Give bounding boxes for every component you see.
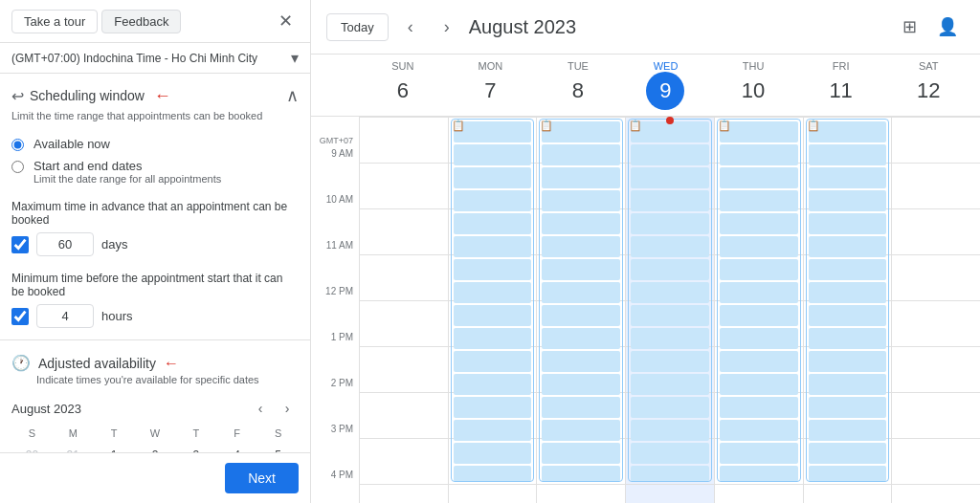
- availability-slot[interactable]: [720, 397, 798, 418]
- mini-cal-day[interactable]: 2: [143, 443, 167, 452]
- day-column-1[interactable]: 📋: [448, 117, 537, 503]
- availability-slot[interactable]: [809, 144, 887, 165]
- available-block[interactable]: [451, 119, 535, 482]
- availability-slot[interactable]: [631, 397, 709, 418]
- availability-slot[interactable]: [454, 374, 532, 395]
- availability-slot[interactable]: [542, 282, 620, 303]
- feedback-button[interactable]: Feedback: [101, 10, 181, 33]
- availability-slot[interactable]: [454, 236, 532, 257]
- availability-slot[interactable]: [631, 443, 709, 464]
- availability-slot[interactable]: [631, 466, 709, 482]
- day-column-0[interactable]: [359, 117, 448, 503]
- today-button[interactable]: Today: [326, 13, 389, 41]
- availability-slot[interactable]: [454, 144, 532, 165]
- availability-slot[interactable]: [720, 167, 798, 188]
- availability-slot[interactable]: [542, 397, 620, 418]
- availability-slot[interactable]: [720, 466, 798, 482]
- availability-slot[interactable]: [542, 443, 620, 464]
- prev-month-button[interactable]: ‹: [396, 12, 425, 41]
- availability-slot[interactable]: [809, 420, 887, 441]
- start-end-dates-radio[interactable]: Start and end dates Limit the date range…: [11, 155, 299, 188]
- availability-slot[interactable]: [631, 190, 709, 211]
- day-column-5[interactable]: 📋: [803, 117, 892, 503]
- day-column-4[interactable]: 📋: [714, 117, 803, 503]
- availability-slot[interactable]: [720, 443, 798, 464]
- availability-slot[interactable]: [454, 420, 532, 441]
- availability-slot[interactable]: [454, 259, 532, 280]
- availability-slot[interactable]: [631, 305, 709, 326]
- availability-slot[interactable]: [809, 213, 887, 234]
- availability-slot[interactable]: [631, 282, 709, 303]
- mini-cal-next[interactable]: ›: [276, 397, 299, 420]
- availability-slot[interactable]: [542, 213, 620, 234]
- mini-cal-day[interactable]: 3: [184, 443, 209, 452]
- availability-slot[interactable]: [631, 374, 709, 395]
- availability-slot[interactable]: [809, 236, 887, 257]
- close-button[interactable]: ✕: [272, 8, 299, 34]
- availability-slot[interactable]: [631, 213, 709, 234]
- availability-slot[interactable]: [809, 328, 887, 349]
- availability-slot[interactable]: [809, 282, 887, 303]
- availability-slot[interactable]: [631, 328, 709, 349]
- availability-slot[interactable]: [542, 305, 620, 326]
- take-tour-button[interactable]: Take a tour: [11, 10, 98, 33]
- day-column-6[interactable]: [891, 117, 980, 503]
- mini-cal-prev[interactable]: ‹: [249, 397, 272, 420]
- availability-slot[interactable]: [720, 144, 798, 165]
- availability-slot[interactable]: [809, 374, 887, 395]
- collapse-button[interactable]: ∧: [286, 85, 299, 106]
- availability-slot[interactable]: [631, 236, 709, 257]
- available-block[interactable]: [717, 119, 801, 482]
- availability-slot[interactable]: [631, 259, 709, 280]
- next-button[interactable]: Next: [225, 463, 299, 493]
- availability-slot[interactable]: [720, 328, 798, 349]
- day-column-3[interactable]: 📋: [625, 117, 714, 503]
- availability-slot[interactable]: [809, 167, 887, 188]
- availability-slot[interactable]: [809, 443, 887, 464]
- availability-slot[interactable]: [720, 282, 798, 303]
- availability-slot[interactable]: [720, 351, 798, 372]
- available-block[interactable]: [628, 119, 712, 482]
- available-block[interactable]: [806, 119, 890, 482]
- grid-icon-button[interactable]: ⊞: [892, 10, 926, 44]
- availability-slot[interactable]: [454, 443, 532, 464]
- availability-slot[interactable]: [720, 190, 798, 211]
- availability-slot[interactable]: [454, 282, 532, 303]
- availability-slot[interactable]: [542, 121, 620, 142]
- availability-slot[interactable]: [542, 328, 620, 349]
- availability-slot[interactable]: [454, 213, 532, 234]
- timezone-row[interactable]: (GMT+07:00) Indochina Time - Ho Chi Minh…: [0, 43, 310, 74]
- availability-slot[interactable]: [454, 397, 532, 418]
- availability-slot[interactable]: [542, 466, 620, 482]
- availability-slot[interactable]: [631, 351, 709, 372]
- availability-slot[interactable]: [809, 305, 887, 326]
- availability-slot[interactable]: [454, 351, 532, 372]
- start-end-input[interactable]: [11, 161, 24, 173]
- availability-slot[interactable]: [454, 305, 532, 326]
- availability-slot[interactable]: [809, 397, 887, 418]
- availability-slot[interactable]: [542, 167, 620, 188]
- availability-slot[interactable]: [542, 420, 620, 441]
- availability-slot[interactable]: [542, 259, 620, 280]
- availability-slot[interactable]: [542, 190, 620, 211]
- availability-slot[interactable]: [809, 466, 887, 482]
- min-before-checkbox[interactable]: [11, 308, 29, 325]
- available-now-input[interactable]: [11, 139, 24, 151]
- availability-slot[interactable]: [720, 213, 798, 234]
- day-column-2[interactable]: 📋: [536, 117, 625, 503]
- availability-slot[interactable]: [809, 259, 887, 280]
- availability-slot[interactable]: [454, 167, 532, 188]
- availability-slot[interactable]: [720, 305, 798, 326]
- mini-cal-day[interactable]: 31: [60, 443, 85, 452]
- availability-slot[interactable]: [631, 167, 709, 188]
- availability-slot[interactable]: [809, 190, 887, 211]
- availability-slot[interactable]: [720, 121, 798, 142]
- min-before-input[interactable]: [36, 304, 94, 328]
- availability-slot[interactable]: [809, 121, 887, 142]
- availability-slot[interactable]: [454, 190, 532, 211]
- availability-slot[interactable]: [809, 351, 887, 372]
- profile-icon-button[interactable]: 👤: [930, 10, 965, 44]
- availability-slot[interactable]: [454, 328, 532, 349]
- availability-slot[interactable]: [542, 351, 620, 372]
- availability-slot[interactable]: [542, 374, 620, 395]
